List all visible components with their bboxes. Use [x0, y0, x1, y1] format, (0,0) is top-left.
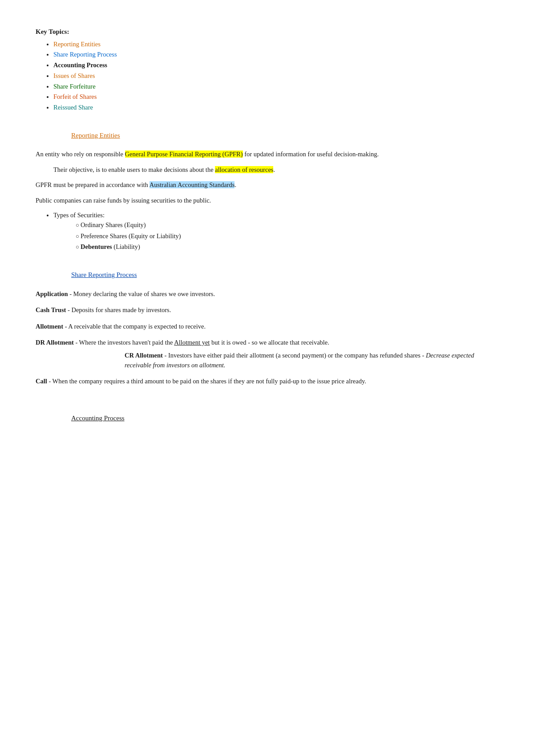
- list-item-share-reporting[interactable]: Share Reporting Process: [53, 50, 498, 60]
- key-topics-label: Key Topics:: [36, 27, 498, 37]
- allotment-term-row: Allotment - A receivable that the compan…: [36, 321, 498, 331]
- dr-allotment-def1: - Where the investors haven't paid the: [74, 339, 174, 346]
- list-item-accounting-process: Accounting Process: [53, 61, 498, 70]
- call-definition: - When the company requires a third amou…: [47, 378, 366, 385]
- security-debentures: Debentures (Liability): [76, 242, 498, 252]
- reporting-entities-section: Reporting Entities An entity who rely on…: [36, 130, 498, 252]
- security-ordinary: Ordinary Shares (Equity): [76, 220, 498, 230]
- key-topics-section: Key Topics: Reporting Entities Share Rep…: [36, 27, 498, 113]
- debentures-bold: Debentures: [81, 243, 112, 250]
- accounting-process-heading: Accounting Process: [71, 413, 498, 423]
- cr-allotment-text: - Investors have either paid their allot…: [163, 352, 426, 359]
- security-ordinary-text: Ordinary Shares (Equity): [81, 221, 146, 228]
- para1-before: An entity who rely on responsible: [36, 150, 125, 158]
- reporting-entities-para3: GPFR must be prepared in accordance with…: [36, 180, 498, 190]
- para1-after: for updated information for useful decis…: [243, 150, 379, 158]
- call-term: Call: [36, 378, 47, 385]
- key-topics-list: Reporting Entities Share Reporting Proce…: [36, 40, 498, 113]
- application-term: Application: [36, 290, 68, 297]
- reporting-entities-para2: Their objective, is to enable users to m…: [36, 165, 498, 175]
- call-term-row: Call - When the company requires a third…: [36, 376, 498, 386]
- share-reporting-section: Share Reporting Process Application - Mo…: [36, 270, 498, 386]
- types-label-text: Types of Securities:: [53, 211, 105, 219]
- reporting-entities-link[interactable]: Reporting Entities: [53, 41, 101, 48]
- share-reporting-heading[interactable]: Share Reporting Process: [71, 270, 498, 280]
- share-reporting-link[interactable]: Share Reporting Process: [53, 51, 117, 58]
- share-forfeiture-link[interactable]: Share Forfeiture: [53, 83, 96, 90]
- para2-before: Their objective, is to enable users to m…: [53, 166, 215, 173]
- dr-allotment-term: DR Allotment: [36, 339, 74, 346]
- forfeit-of-shares-link[interactable]: Forfeit of Shares: [53, 93, 97, 100]
- cr-allotment-block: CR Allotment - Investors have either pai…: [36, 350, 498, 370]
- securities-sub-list: Ordinary Shares (Equity) Preference Shar…: [53, 220, 498, 252]
- application-def: - Money declaring the value of shares we…: [68, 290, 215, 297]
- cash-trust-term-row: Cash Trust - Deposits for shares made by…: [36, 305, 498, 315]
- para2-end: .: [273, 166, 275, 173]
- security-preference-text: Preference Shares (Equity or Liability): [81, 232, 181, 240]
- para3-end: .: [235, 181, 236, 188]
- list-item-reissued-share[interactable]: Reissued Share: [53, 103, 498, 113]
- list-item-forfeit-of-shares[interactable]: Forfeit of Shares: [53, 92, 498, 102]
- para3-highlight: Australian Accounting Standards: [150, 181, 235, 188]
- accounting-process-section: Accounting Process: [36, 413, 498, 423]
- reissued-share-link[interactable]: Reissued Share: [53, 104, 93, 111]
- accounting-process-label: Accounting Process: [53, 61, 107, 69]
- security-preference: Preference Shares (Equity or Liability): [76, 232, 498, 241]
- types-label: Types of Securities: Ordinary Shares (Eq…: [53, 211, 498, 252]
- application-term-row: Application - Money declaring the value …: [36, 289, 498, 299]
- allotment-def: - A receivable that the company is expec…: [63, 323, 206, 330]
- list-item-issues-of-shares[interactable]: Issues of Shares: [53, 71, 498, 81]
- para1-highlight: General Purpose Financial Reporting (GPF…: [125, 150, 243, 158]
- cr-allotment-term: CR Allotment: [125, 352, 163, 359]
- issues-of-shares-link[interactable]: Issues of Shares: [53, 72, 95, 79]
- allotment-yet-underline: Allotment yet: [174, 339, 210, 346]
- cash-trust-def: - Deposits for shares made by investors.: [66, 306, 171, 313]
- dr-allotment-def2: but it is owed - so we allocate that rec…: [210, 339, 329, 346]
- para2-highlight: allocation of resources: [215, 166, 273, 173]
- reporting-entities-heading[interactable]: Reporting Entities: [71, 130, 498, 141]
- debentures-rest: (Liability): [112, 243, 140, 250]
- types-of-securities-list: Types of Securities: Ordinary Shares (Eq…: [36, 211, 498, 252]
- list-item-share-forfeiture[interactable]: Share Forfeiture: [53, 82, 498, 92]
- list-item-reporting-entities[interactable]: Reporting Entities: [53, 40, 498, 49]
- cash-trust-term: Cash Trust: [36, 306, 66, 313]
- dr-allotment-term-row: DR Allotment - Where the investors haven…: [36, 337, 498, 370]
- reporting-entities-para1: An entity who rely on responsible Genera…: [36, 149, 498, 159]
- allotment-term: Allotment: [36, 323, 63, 330]
- public-companies-para: Public companies can raise funds by issu…: [36, 195, 498, 205]
- para3-before: GPFR must be prepared in accordance with: [36, 181, 150, 188]
